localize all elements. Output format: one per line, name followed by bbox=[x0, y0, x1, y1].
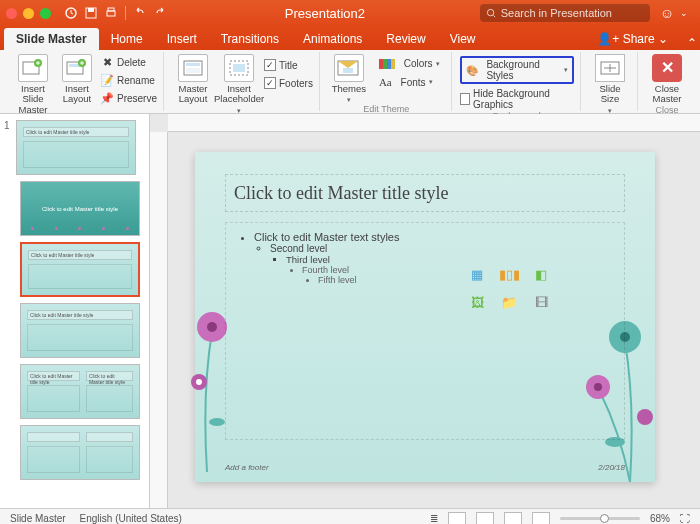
feedback-icon[interactable]: ☺ bbox=[660, 5, 674, 21]
online-picture-icon[interactable]: 📁 bbox=[496, 291, 522, 313]
group-background: 🎨 Background Styles ▾ Hide Background Gr… bbox=[454, 52, 581, 111]
svg-point-20 bbox=[207, 322, 217, 332]
svg-rect-4 bbox=[108, 8, 114, 11]
layout-thumb[interactable] bbox=[20, 425, 140, 480]
layout-thumb[interactable]: Click to edit Master title styleClick to… bbox=[20, 364, 140, 419]
ribbon-tabs: Slide Master Home Insert Transitions Ani… bbox=[0, 26, 700, 50]
svg-point-23 bbox=[209, 418, 225, 426]
document-title: Presentation2 bbox=[170, 6, 480, 21]
fit-to-window-button[interactable]: ⛶ bbox=[680, 513, 690, 524]
rename-button[interactable]: 📝Rename bbox=[100, 72, 157, 88]
status-view-mode: Slide Master bbox=[10, 513, 66, 524]
group-edit-master: Insert Slide Master Insert Layout ✖Delet… bbox=[6, 52, 164, 111]
master-footer: Add a footer 2/20/18 bbox=[225, 463, 625, 472]
insert-slide-master-button[interactable]: Insert Slide Master bbox=[12, 52, 54, 115]
search-placeholder: Search in Presentation bbox=[501, 7, 612, 19]
undo-icon[interactable] bbox=[130, 4, 150, 22]
footer-text-placeholder[interactable]: Add a footer bbox=[225, 463, 269, 472]
title-bar: Presentation2 Search in Presentation ☺ ⌄ bbox=[0, 0, 700, 26]
svg-rect-13 bbox=[186, 68, 200, 73]
tab-insert[interactable]: Insert bbox=[155, 28, 209, 50]
tab-home[interactable]: Home bbox=[99, 28, 155, 50]
group-master-layout: Master Layout Insert Placeholder▾ ✓Title… bbox=[166, 52, 320, 111]
preserve-button[interactable]: 📌Preserve bbox=[100, 90, 157, 106]
vertical-ruler bbox=[150, 132, 168, 508]
main-area: 1 Click to edit Master title style Click… bbox=[0, 114, 700, 508]
themes-button[interactable]: Themes▾ bbox=[328, 52, 370, 104]
delete-button[interactable]: ✖Delete bbox=[100, 54, 157, 70]
layout-thumb[interactable]: Click to edit Master title style bbox=[20, 181, 140, 236]
insert-placeholder-button[interactable]: Insert Placeholder▾ bbox=[218, 52, 260, 115]
status-bar: Slide Master English (United States) ≣ 6… bbox=[0, 508, 700, 524]
tab-transitions[interactable]: Transitions bbox=[209, 28, 291, 50]
master-layout-button[interactable]: Master Layout bbox=[172, 52, 214, 115]
tab-view[interactable]: View bbox=[438, 28, 488, 50]
tab-slide-master[interactable]: Slide Master bbox=[4, 28, 99, 50]
picture-icon[interactable]: 🖼 bbox=[464, 291, 490, 313]
zoom-level[interactable]: 68% bbox=[650, 513, 670, 524]
normal-view-button[interactable] bbox=[448, 512, 466, 525]
group-close: ✕ Close Master Close bbox=[640, 52, 694, 111]
slide-canvas[interactable]: Click to edit Master title style Click t… bbox=[150, 114, 700, 508]
content-placeholder-icons: ▦ ▮▯▮ ◧ 🖼 📁 🎞 bbox=[464, 263, 554, 313]
status-language[interactable]: English (United States) bbox=[80, 513, 182, 524]
close-window-icon[interactable] bbox=[6, 8, 17, 19]
smartart-icon[interactable]: ◧ bbox=[528, 263, 554, 285]
hide-background-checkbox[interactable]: Hide Background Graphics bbox=[460, 87, 574, 111]
layout-thumb[interactable]: Click to edit Master title style bbox=[16, 120, 136, 175]
video-icon[interactable]: 🎞 bbox=[528, 291, 554, 313]
slide-size-button[interactable]: Slide Size▾ bbox=[589, 52, 631, 115]
footers-checkbox[interactable]: ✓Footers bbox=[264, 76, 313, 90]
window-controls bbox=[6, 8, 51, 19]
svg-rect-3 bbox=[107, 11, 115, 16]
redo-icon[interactable] bbox=[150, 4, 170, 22]
group-edit-theme: Themes▾ Colors ▾ Aa Fonts ▾ Edit Theme bbox=[322, 52, 452, 111]
minimize-window-icon[interactable] bbox=[23, 8, 34, 19]
slideshow-button[interactable] bbox=[532, 512, 550, 525]
master-title-placeholder[interactable]: Click to edit Master title style bbox=[225, 174, 625, 212]
chevron-down-icon[interactable]: ⌄ bbox=[674, 4, 694, 22]
fonts-dropdown[interactable]: Aa Fonts ▾ bbox=[374, 74, 445, 90]
svg-rect-15 bbox=[233, 64, 245, 72]
zoom-slider[interactable] bbox=[560, 517, 640, 520]
layout-thumb-selected[interactable]: Click to edit Master title style bbox=[20, 242, 140, 297]
preserve-icon: 📌 bbox=[100, 91, 114, 105]
slide: Click to edit Master title style Click t… bbox=[195, 152, 655, 482]
collapse-ribbon-icon[interactable]: ⌃ bbox=[684, 36, 700, 50]
master-body-placeholder[interactable]: Click to edit Master text styles Second … bbox=[225, 222, 625, 440]
save-icon[interactable] bbox=[81, 4, 101, 22]
svg-point-19 bbox=[197, 312, 227, 342]
search-input[interactable]: Search in Presentation bbox=[480, 4, 650, 22]
svg-point-5 bbox=[487, 9, 493, 15]
thumbnail-panel[interactable]: 1 Click to edit Master title style Click… bbox=[0, 114, 150, 508]
horizontal-ruler bbox=[168, 114, 700, 132]
group-size: Slide Size▾ Size bbox=[583, 52, 638, 111]
layout-thumb[interactable]: Click to edit Master title style bbox=[20, 303, 140, 358]
close-icon: ✕ bbox=[652, 54, 682, 82]
rename-icon: 📝 bbox=[100, 73, 114, 87]
svg-rect-2 bbox=[88, 8, 94, 12]
print-icon[interactable] bbox=[101, 4, 121, 22]
footer-date-placeholder[interactable]: 2/20/18 bbox=[598, 463, 625, 472]
background-styles-dropdown[interactable]: 🎨 Background Styles ▾ bbox=[460, 56, 574, 84]
svg-rect-12 bbox=[186, 63, 200, 66]
autosave-icon[interactable] bbox=[61, 4, 81, 22]
share-button[interactable]: 👤+ Share ⌄ bbox=[591, 28, 674, 50]
table-icon[interactable]: ▦ bbox=[464, 263, 490, 285]
svg-point-21 bbox=[191, 374, 207, 390]
tab-review[interactable]: Review bbox=[374, 28, 437, 50]
paint-bucket-icon: 🎨 bbox=[466, 65, 478, 76]
svg-point-22 bbox=[196, 379, 202, 385]
svg-rect-17 bbox=[343, 68, 353, 73]
reading-view-button[interactable] bbox=[504, 512, 522, 525]
title-checkbox[interactable]: ✓Title bbox=[264, 58, 313, 72]
sorter-view-button[interactable] bbox=[476, 512, 494, 525]
maximize-window-icon[interactable] bbox=[40, 8, 51, 19]
insert-layout-button[interactable]: Insert Layout bbox=[56, 52, 98, 115]
chart-icon[interactable]: ▮▯▮ bbox=[496, 263, 522, 285]
notes-button[interactable]: ≣ bbox=[430, 513, 438, 524]
colors-dropdown[interactable]: Colors ▾ bbox=[374, 56, 445, 71]
svg-point-28 bbox=[637, 409, 653, 425]
tab-animations[interactable]: Animations bbox=[291, 28, 374, 50]
close-master-button[interactable]: ✕ Close Master bbox=[646, 52, 688, 105]
